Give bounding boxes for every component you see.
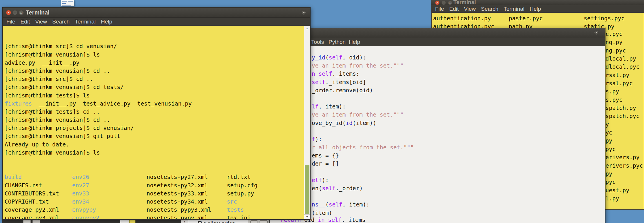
menu-item-view[interactable]: View (461, 5, 478, 13)
menu-item-help[interactable]: Help (98, 18, 115, 26)
bottom-peek-window[interactable] (120, 220, 129, 223)
bottom-peek-bookmarks-window[interactable]: ▲ Bookmarks (181, 220, 248, 223)
file-name-fragment: spatch.py (605, 104, 643, 112)
menu-item-python[interactable]: Python (329, 38, 346, 46)
menu-item-tools[interactable]: Tools (311, 38, 324, 46)
code-line: _order.remove(oid) (312, 86, 414, 95)
ls-output-row: CONTRIBUTORS.txtenv33nosetests-py33.xmls… (5, 190, 304, 198)
toolbar-button[interactable] (260, 220, 268, 223)
text-token: ve an item from the set.""" (312, 111, 404, 118)
terminal-line: [chrism@thinkm venusian]$ cd .. (5, 116, 304, 124)
menu-item-terminal[interactable]: Terminal (72, 18, 98, 26)
scroll-up-icon[interactable]: ▲ (304, 26, 310, 31)
code-line: ove_by_id(id(item)) (312, 119, 414, 127)
toolbar-button[interactable] (250, 220, 258, 223)
file-name-fragment: py (605, 137, 643, 145)
text-token: self (322, 185, 335, 192)
text-token: [chrism@thinkm venusian]$ cd .. (5, 117, 110, 123)
minimize-icon[interactable]: – (12, 10, 17, 15)
code-line: ve an item from the set.""" (312, 111, 414, 119)
scrollbar-thumb[interactable] (305, 165, 309, 214)
scroll-up-icon[interactable]: ▲ (181, 220, 188, 223)
directory-name: env27 (72, 182, 89, 190)
text-token: [chrism@thinkm projects]$ cd venusian/ (5, 125, 134, 131)
file-name: nosetests-py34.xml (147, 198, 208, 206)
bottom-peek-toolbar[interactable] (248, 220, 269, 223)
code-line: en(self._order) (312, 184, 414, 193)
code-line: f): (312, 135, 414, 144)
file-name: nosetests-pypy3.xml (147, 206, 211, 214)
menu-item-edit[interactable]: Edit (18, 18, 33, 26)
text-token: self (329, 54, 342, 61)
editor-code-lines: y_id(self, oid):ve an item from the set.… (312, 54, 414, 217)
text-token: der = [] (312, 160, 339, 167)
menu-item-help[interactable]: Help (527, 5, 543, 13)
terminal-line: authentication.pypaster.pycsettings.pyc (433, 14, 644, 23)
editor-code-area[interactable]: y_id(self, oid):ve an item from the set.… (270, 46, 605, 223)
text-token: ._order) (335, 185, 363, 192)
text-token: ( (325, 201, 329, 208)
scroll-down-icon[interactable]: ▼ (304, 214, 310, 219)
right-terminal-titlebar[interactable]: ✕ – □ Terminal (431, 0, 644, 5)
main-terminal-window[interactable]: ✕ – □ Terminal FileEditViewSearchTermina… (2, 7, 311, 220)
code-line: der = [] (312, 160, 414, 168)
file-name-fragment: spatch.pyc (605, 112, 643, 120)
text-token: [chrism@thinkm tests]$ ls (5, 92, 90, 99)
bottom-peek-panel[interactable] (43, 220, 120, 223)
main-terminal-titlebar[interactable]: ✕ – □ Terminal (3, 8, 310, 18)
editor-window[interactable]: ToolsPythonHelp y_id(self, oid):ve an it… (269, 28, 605, 223)
close-icon[interactable]: ✕ (6, 10, 11, 15)
bottom-peek-panel[interactable] (136, 220, 181, 223)
menu-item-search[interactable]: Search (478, 5, 501, 13)
text-token: [chrism@thinkm src]$ cd .. (5, 76, 93, 82)
file-name: CHANGES.rst (5, 182, 42, 190)
text-token: [chrism@thinkm venusian]$ ls (5, 51, 100, 58)
ls-output-row: COPYRIGHT.txtenv34nosetests-py34.xmlsrc (5, 198, 304, 206)
code-line: lf, item): (312, 103, 414, 111)
menu-item-edit[interactable]: Edit (447, 5, 461, 13)
text-token: ._items[oid] (325, 79, 366, 86)
minimize-icon[interactable]: – (442, 1, 446, 5)
file-name-fragment: erivers.pyc (605, 162, 643, 170)
file-name-fragment: rsal.pyc (605, 79, 643, 88)
menu-item-file[interactable]: File (433, 5, 447, 13)
text-token: [chrism@thinkm tests]$ cd .. (5, 108, 100, 115)
code-line: n self._items: (312, 70, 414, 78)
bottom-peek-terminal-edge[interactable] (129, 220, 136, 223)
text-token: __init__.py test_advice.py test_venusian… (32, 100, 192, 107)
text-token: ): (315, 136, 322, 143)
terminal-line: [chrism@thinkm venusian]$ git pull (5, 132, 304, 140)
file-name: coverage-py3.xml (5, 214, 59, 219)
peek-top-text-line (62, 3, 66, 4)
menu-item-search[interactable]: Search (50, 18, 72, 26)
menu-item-view[interactable]: View (32, 18, 50, 26)
terminal-output-area[interactable]: [chrism@thinkm src]$ cd venusian/[chrism… (3, 26, 304, 219)
maximize-icon[interactable]: □ (19, 10, 24, 15)
file-name: CONTRIBUTORS.txt (5, 190, 59, 198)
file-name-fragment: y (605, 121, 643, 129)
menu-item-terminal[interactable]: Terminal (501, 5, 527, 13)
menu-item-file[interactable]: File (4, 18, 18, 26)
code-line: y_id(self, oid): (312, 54, 414, 62)
menu-item-help[interactable]: Help (349, 38, 360, 46)
peek-top-text-line (68, 1, 73, 2)
file-name: paster.pyc (509, 14, 543, 23)
file-name: tox.ini (227, 214, 251, 219)
file-name-fragment: pyc (605, 178, 643, 186)
terminal-line: fixtures __init__.py test_advice.py test… (5, 100, 304, 108)
bottom-peek-panel[interactable] (2, 220, 43, 223)
text-token: [chrism@thinkm venusian]$ cd tests/ (5, 84, 124, 90)
maximize-icon[interactable]: □ (448, 1, 452, 5)
file-name-fragment: s.py (605, 88, 643, 96)
file-name-fragment: dlocal.pyc (605, 63, 643, 71)
text-token: [chrism@thinkm venusian]$ git pull (5, 133, 120, 139)
editor-titlebar[interactable] (270, 28, 605, 38)
peek-top-window[interactable] (61, 0, 74, 6)
text-token: id (346, 120, 352, 126)
close-icon[interactable]: ✕ (435, 1, 439, 5)
file-name: nosetests-py33.xml (147, 190, 208, 198)
peek-top-text-line (62, 1, 67, 2)
terminal-scrollbar[interactable]: ▲ ▼ (304, 26, 310, 219)
directory-name: env34 (72, 198, 89, 206)
terminal-line: [chrism@thinkm src]$ cd venusian/ (5, 42, 304, 50)
